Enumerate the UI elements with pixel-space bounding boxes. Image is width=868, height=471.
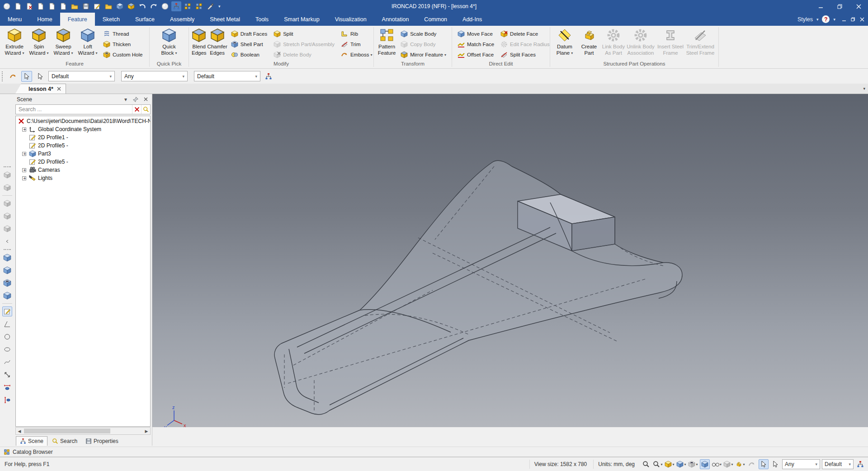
select-box-cursor-button[interactable] xyxy=(35,71,46,82)
stamp-shape-icon[interactable] xyxy=(2,170,12,180)
cursor-alt-status-icon[interactable] xyxy=(770,459,780,469)
undo-icon[interactable] xyxy=(137,1,147,11)
trim-button[interactable]: Trim xyxy=(340,39,374,49)
menu-item-visualization[interactable]: Visualization xyxy=(327,13,374,26)
vertical-dimension-icon[interactable] xyxy=(2,395,12,405)
scene-panel-pin-icon[interactable] xyxy=(132,96,139,103)
check-document-icon[interactable] xyxy=(24,1,34,11)
shape-slot-2-icon[interactable] xyxy=(2,211,12,221)
open-folder-icon[interactable] xyxy=(70,1,80,11)
minimize-button[interactable] xyxy=(811,0,830,13)
import-document-icon[interactable] xyxy=(36,1,46,11)
select-cursor-button[interactable] xyxy=(21,71,32,82)
scene-panel-menu-caret[interactable]: ▾ xyxy=(122,96,129,103)
spline-tool-icon[interactable] xyxy=(2,357,12,367)
perspective-view-icon[interactable]: ▾ xyxy=(712,459,722,469)
spin-wizard-button[interactable]: Spin Wizard xyxy=(27,27,51,60)
shell-part-button[interactable]: Shell Part xyxy=(230,39,269,49)
expander-icon[interactable] xyxy=(22,168,26,172)
styles-caret-icon[interactable]: ▾ xyxy=(816,17,819,22)
mirror-feature-button[interactable]: Mirror Feature xyxy=(399,50,448,59)
positioning-icon[interactable]: ▾ xyxy=(688,459,698,469)
tree-item-lights[interactable]: Lights xyxy=(16,174,150,182)
scroll-left-arrow[interactable]: ◀ xyxy=(16,428,23,434)
create-part-button[interactable]: Create Part xyxy=(577,27,601,60)
save-icon[interactable] xyxy=(81,1,91,11)
edit-sheet-icon[interactable] xyxy=(92,1,102,11)
tree-item-cameras[interactable]: Cameras xyxy=(16,166,150,174)
render-sphere-icon[interactable] xyxy=(160,1,170,11)
assembly-structure-icon[interactable] xyxy=(263,71,274,82)
circle-tool-icon[interactable] xyxy=(2,332,12,342)
shaded-mode-icon[interactable] xyxy=(700,459,710,469)
horizontal-dimension-icon[interactable] xyxy=(2,382,12,392)
thread-button[interactable]: Thread xyxy=(102,29,144,38)
menu-item-menu[interactable]: Menu xyxy=(0,13,29,26)
menu-item-assembly[interactable]: Assembly xyxy=(162,13,202,26)
doc-close-button[interactable] xyxy=(860,17,864,22)
toolbar-grip[interactable] xyxy=(2,71,4,81)
blend-edges-button[interactable]: Blend Edges xyxy=(191,27,207,60)
cursor-select-status-icon[interactable] xyxy=(759,459,769,469)
scroll-thumb[interactable] xyxy=(24,429,110,433)
ellipse-tool-icon[interactable] xyxy=(2,344,12,354)
emboss-button[interactable]: Emboss xyxy=(340,50,374,59)
panel-tab-properties[interactable]: Properties xyxy=(82,436,122,446)
copy-shape-icon[interactable] xyxy=(2,183,12,193)
document-tab-close-icon[interactable] xyxy=(57,87,61,91)
catalog-block-icon[interactable] xyxy=(2,253,12,263)
sketch-tool-selected-icon[interactable] xyxy=(2,306,12,316)
structure-icon[interactable] xyxy=(183,1,193,11)
left-strip-grip[interactable] xyxy=(4,166,11,167)
tree-item-scene-root[interactable]: C:\Users\jeter\Documents\Data\2018\Word\… xyxy=(16,117,150,125)
split-faces-button[interactable]: Split Faces xyxy=(499,50,551,59)
viewport-3d[interactable]: z y x xyxy=(152,94,868,427)
menu-item-add-ins[interactable]: Add-Ins xyxy=(455,13,490,26)
app-logo-icon[interactable] xyxy=(2,1,12,11)
scroll-right-arrow[interactable]: ▶ xyxy=(143,428,150,434)
help-icon[interactable]: ? xyxy=(822,15,830,23)
scene-tree-hscrollbar[interactable]: ◀ ▶ xyxy=(15,427,151,435)
assembly-tree-status-icon[interactable] xyxy=(855,459,865,469)
left-strip-grip-2[interactable] xyxy=(4,249,11,250)
search-locate-icon[interactable] xyxy=(141,105,150,114)
render-mode-icon[interactable]: ▾ xyxy=(723,459,733,469)
tree-item-global-coordinate-system[interactable]: Global Coordinate System xyxy=(16,125,150,133)
new-part-icon[interactable]: ▾ xyxy=(665,459,675,469)
zoom-tools-icon[interactable]: ▾ xyxy=(653,459,663,469)
scene-browser-icon[interactable] xyxy=(171,1,181,11)
configuration-dropdown[interactable]: Default▾ xyxy=(194,71,260,81)
catalog-cylinder-icon[interactable] xyxy=(2,265,12,275)
offset-face-button[interactable]: Offset Face xyxy=(456,50,495,59)
pattern-feature-button[interactable]: Pattern Feature xyxy=(376,27,397,60)
menu-item-smart-markup[interactable]: Smart Markup xyxy=(276,13,327,26)
menu-item-common[interactable]: Common xyxy=(416,13,455,26)
expander-icon[interactable] xyxy=(22,152,26,156)
move-face-button[interactable]: Move Face xyxy=(456,29,495,38)
brush-icon[interactable] xyxy=(205,1,215,11)
export-document-icon[interactable] xyxy=(47,1,57,11)
copy-add-icon[interactable] xyxy=(115,1,125,11)
scale-body-button[interactable]: Scale Body xyxy=(399,29,448,38)
draft-faces-button[interactable]: Draft Faces xyxy=(230,29,269,38)
document-tab[interactable]: lesson 4* xyxy=(21,84,66,94)
expander-icon[interactable] xyxy=(22,127,26,132)
redo-icon[interactable] xyxy=(149,1,159,11)
close-button[interactable] xyxy=(849,0,868,13)
zoom-window-icon[interactable] xyxy=(641,459,651,469)
rib-button[interactable]: Rib xyxy=(340,29,374,38)
menu-item-sketch[interactable]: Sketch xyxy=(95,13,127,26)
scene-panel-close-icon[interactable] xyxy=(142,96,149,103)
catalog-browser-bar[interactable]: Catalog Browser xyxy=(0,447,868,457)
menu-item-tools[interactable]: Tools xyxy=(248,13,276,26)
selection-mode-dropdown[interactable]: Default▾ xyxy=(48,71,115,81)
expander-icon[interactable] xyxy=(22,176,26,180)
loft-wizard-button[interactable]: Loft Wizard xyxy=(75,27,100,60)
tree-item-2d-profile1[interactable]: 2D Profile1 - xyxy=(16,133,150,141)
preview-document-icon[interactable] xyxy=(58,1,68,11)
menu-item-home[interactable]: Home xyxy=(29,13,60,26)
strip-collapse-arrow-icon[interactable] xyxy=(2,236,12,246)
doc-minimize-button[interactable] xyxy=(842,17,846,22)
status-filter-any-dropdown[interactable]: Any▾ xyxy=(782,459,820,469)
shape-slot-1-icon[interactable] xyxy=(2,198,12,208)
